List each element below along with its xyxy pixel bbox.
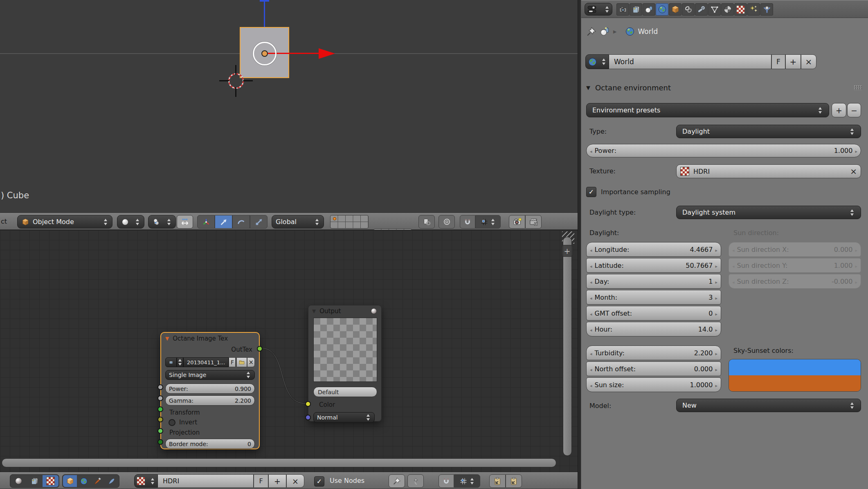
- paste-nodes-button[interactable]: [506, 474, 522, 488]
- texture-name-field[interactable]: HDRI: [158, 474, 254, 488]
- world-icon[interactable]: [625, 27, 635, 36]
- normal-selector[interactable]: Normal: [313, 412, 375, 423]
- collapse-triangle-icon[interactable]: ▼: [165, 336, 169, 341]
- shader-nodes-tab[interactable]: [11, 475, 27, 487]
- parent-node-tree-button[interactable]: [407, 474, 424, 488]
- unlink-image-button[interactable]: ×: [247, 357, 255, 367]
- world-name-field[interactable]: World: [609, 54, 771, 69]
- proportional-edit-button[interactable]: [438, 215, 455, 229]
- power-socket[interactable]: [157, 384, 163, 390]
- sky-color-swatch[interactable]: [729, 359, 861, 375]
- border-mode-slider[interactable]: Border mode: 0: [165, 439, 255, 449]
- increment-arrow[interactable]: [852, 147, 857, 155]
- snap-element-selector[interactable]: [475, 215, 501, 229]
- octane-environment-panel-header[interactable]: ▼ Octane environment: [586, 82, 862, 93]
- unlink-texture-icon[interactable]: ×: [850, 166, 857, 176]
- panel-drag-handle-icon[interactable]: [854, 85, 862, 90]
- normal-socket[interactable]: [305, 415, 311, 420]
- tab-modifiers[interactable]: [695, 3, 708, 16]
- area-separator[interactable]: [578, 0, 581, 489]
- environment-presets-selector[interactable]: Environment presets: [586, 103, 829, 117]
- mode-selector[interactable]: Object Mode: [17, 215, 112, 229]
- orientation-selector[interactable]: Global: [272, 215, 324, 229]
- new-texture-button[interactable]: +: [268, 474, 286, 488]
- transform-socket[interactable]: [157, 406, 163, 412]
- node-header[interactable]: ▼ Output: [308, 305, 381, 317]
- new-world-button[interactable]: +: [785, 54, 801, 69]
- remove-preset-button[interactable]: −: [847, 103, 861, 117]
- tab-constraints[interactable]: [682, 3, 695, 16]
- model-selector[interactable]: New: [676, 399, 861, 412]
- node-header[interactable]: ▼ Octane Image Tex: [161, 333, 259, 344]
- tab-physics[interactable]: [760, 3, 773, 16]
- properties-panel[interactable]: ▶ World World F + × ▼ Octane environment…: [581, 0, 868, 489]
- unlink-world-button[interactable]: ×: [801, 54, 816, 69]
- latitude-slider[interactable]: Latitude:50.7667: [586, 258, 721, 273]
- longitude-slider[interactable]: Longitude:4.4667: [586, 242, 721, 257]
- projection-socket[interactable]: [157, 428, 163, 434]
- world-textures-tab[interactable]: [77, 475, 91, 487]
- tab-render[interactable]: [616, 3, 629, 16]
- render-animation-button[interactable]: [525, 215, 542, 229]
- toggle-region-button[interactable]: +: [561, 245, 573, 257]
- border-mode-socket[interactable]: [157, 439, 163, 445]
- default-button[interactable]: Default: [313, 387, 377, 397]
- node-editor[interactable]: ▼ Octane Image Tex OutTex 20130411_1... …: [0, 230, 578, 472]
- sun-size-slider[interactable]: Sun size:1.0000: [586, 377, 721, 392]
- texture-nodes-tab[interactable]: [43, 475, 58, 487]
- translate-manipulator-button[interactable]: [215, 215, 232, 229]
- image-updown[interactable]: [177, 357, 183, 367]
- layers-grid-1[interactable]: [330, 215, 369, 229]
- north-offset-slider[interactable]: North offset:0.000: [586, 361, 721, 376]
- tab-particles[interactable]: [747, 3, 760, 16]
- octane-image-tex-node[interactable]: ▼ Octane Image Tex OutTex 20130411_1... …: [160, 332, 260, 449]
- importance-sampling-checkbox[interactable]: ✓: [586, 187, 596, 197]
- compositing-nodes-tab[interactable]: [27, 475, 43, 487]
- sunset-color-swatch[interactable]: [729, 375, 861, 392]
- scene-icon[interactable]: [600, 26, 610, 37]
- tab-scene[interactable]: [643, 3, 655, 16]
- browse-world-button[interactable]: [585, 54, 609, 69]
- editor-type-selector[interactable]: [585, 3, 612, 16]
- output-node[interactable]: ▼ Output Default Color Normal: [308, 305, 382, 422]
- vertical-scrollbar[interactable]: [563, 237, 572, 456]
- brush-textures-tab[interactable]: [91, 475, 105, 487]
- turbidity-slider[interactable]: Turbidity:2.200: [586, 345, 721, 360]
- collapse-triangle-icon[interactable]: ▼: [312, 308, 316, 314]
- use-nodes-checkbox[interactable]: ✓: [314, 476, 324, 487]
- image-name-field[interactable]: 20130411_1...: [183, 357, 229, 367]
- horizontal-scrollbar[interactable]: [2, 458, 556, 467]
- lock-to-scene-button[interactable]: [418, 215, 435, 229]
- fake-user-button[interactable]: F: [771, 54, 785, 69]
- outtex-socket[interactable]: [257, 346, 263, 352]
- day-slider[interactable]: Day:1: [586, 274, 721, 289]
- object-textures-tab[interactable]: [63, 475, 77, 487]
- gamma-socket[interactable]: [157, 395, 163, 401]
- type-selector[interactable]: Daylight: [676, 125, 861, 138]
- snap-toggle-button[interactable]: [460, 215, 475, 229]
- unlink-texture-button[interactable]: ×: [286, 474, 304, 488]
- open-image-button[interactable]: [236, 357, 247, 367]
- manipulator-toggle-button[interactable]: [177, 215, 193, 229]
- linestyle-textures-tab[interactable]: [105, 475, 119, 487]
- color-socket[interactable]: [305, 401, 311, 407]
- image-source-selector[interactable]: Single Image: [165, 370, 255, 380]
- invert-checkbox[interactable]: [169, 419, 175, 426]
- tab-world[interactable]: [656, 3, 668, 16]
- scale-manipulator-button[interactable]: [250, 215, 268, 229]
- snap-toggle-button[interactable]: [438, 474, 454, 488]
- power-slider[interactable]: Power: 0.900: [165, 384, 255, 394]
- texture-field[interactable]: HDRI ×: [676, 164, 861, 178]
- tab-texture[interactable]: [734, 3, 747, 16]
- rotate-manipulator-button[interactable]: [232, 215, 250, 229]
- daylight-type-selector[interactable]: Daylight system: [676, 206, 861, 219]
- tab-object-data[interactable]: [708, 3, 721, 16]
- viewport-shading-selector[interactable]: [117, 215, 144, 229]
- fake-user-button[interactable]: F: [254, 474, 268, 488]
- manipulator-axis-button[interactable]: [197, 215, 215, 229]
- power-slider[interactable]: Power: 1.000: [586, 144, 861, 157]
- invert-checkbox-row[interactable]: Invert: [169, 419, 259, 426]
- add-preset-button[interactable]: +: [832, 103, 846, 117]
- tab-material[interactable]: [721, 3, 734, 16]
- cursor-3d[interactable]: [228, 73, 244, 89]
